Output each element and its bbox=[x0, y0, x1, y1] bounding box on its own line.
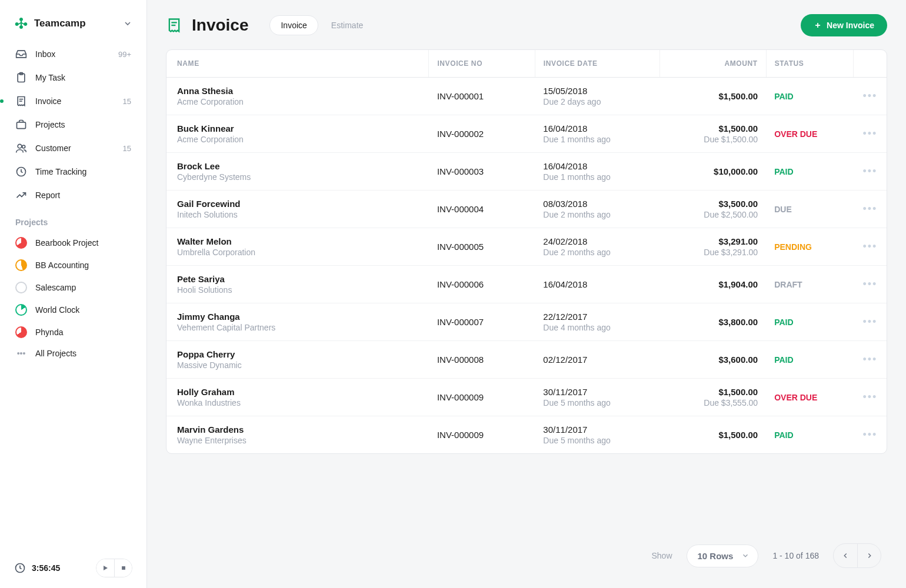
project-item[interactable]: World Clock bbox=[6, 299, 141, 321]
nav-item-time[interactable]: Time Tracking bbox=[6, 160, 141, 183]
company-name: Hooli Solutions bbox=[177, 285, 421, 295]
nav-item-inbox[interactable]: Inbox 99+ bbox=[6, 42, 141, 66]
row-actions-icon[interactable]: ••• bbox=[862, 90, 877, 102]
nav-item-label: My Task bbox=[35, 73, 65, 82]
projects-list: Bearbook Project BB Accounting Salescamp… bbox=[0, 232, 146, 363]
col-header-status[interactable]: STATUS bbox=[766, 50, 854, 78]
customer-name: Pete Sariya bbox=[177, 274, 421, 284]
table-row[interactable]: Holly Graham Wonka Industries INV-000009… bbox=[166, 379, 887, 416]
row-actions-icon[interactable]: ••• bbox=[862, 203, 877, 215]
table-row[interactable]: Anna Sthesia Acme Corporation INV-000001… bbox=[166, 78, 887, 115]
row-actions-icon[interactable]: ••• bbox=[862, 128, 877, 139]
invoice-date: 08/03/2018 bbox=[543, 199, 651, 209]
row-actions-icon[interactable]: ••• bbox=[862, 429, 877, 440]
customer-icon bbox=[15, 142, 27, 154]
invoice-number: INV-000006 bbox=[429, 266, 535, 303]
company-name: Initech Solutions bbox=[177, 210, 421, 219]
all-projects-label: All Projects bbox=[35, 349, 76, 358]
prev-page-button[interactable] bbox=[834, 544, 857, 567]
status-badge: OVER DUE bbox=[774, 393, 817, 402]
timer-value: 3:56:45 bbox=[32, 563, 60, 573]
project-progress-icon bbox=[15, 326, 27, 338]
customer-name: Gail Forcewind bbox=[177, 199, 421, 209]
nav-item-customer[interactable]: Customer 15 bbox=[6, 136, 141, 160]
row-actions-icon[interactable]: ••• bbox=[862, 165, 877, 177]
project-progress-icon bbox=[15, 282, 27, 293]
col-header-amount[interactable]: AMOUNT bbox=[660, 50, 766, 78]
invoice-number: INV-000004 bbox=[429, 191, 535, 228]
status-badge: PAID bbox=[774, 92, 793, 101]
rows-per-page-select[interactable]: 10 Rows bbox=[687, 544, 759, 567]
invoice-date: 22/12/2017 bbox=[543, 312, 651, 322]
svg-marker-9 bbox=[104, 566, 108, 570]
project-item[interactable]: Bearbook Project bbox=[6, 232, 141, 254]
status-badge: DUE bbox=[774, 205, 792, 214]
customer-name: Poppa Cherry bbox=[177, 349, 421, 359]
nav-item-badge: 15 bbox=[123, 144, 131, 153]
nav-item-report[interactable]: Report bbox=[6, 183, 141, 207]
project-item[interactable]: Salescamp bbox=[6, 276, 141, 299]
timer-play-button[interactable] bbox=[96, 559, 114, 577]
col-header-invoice-no[interactable]: INVOICE NO bbox=[429, 50, 535, 78]
amount: $3,800.00 bbox=[668, 317, 758, 327]
main-nav: Inbox 99+ My Task Invoice 15 Projects Cu… bbox=[0, 42, 146, 207]
sidebar-footer: 3:56:45 bbox=[0, 559, 146, 577]
project-progress-icon bbox=[15, 304, 27, 316]
svg-point-6 bbox=[22, 145, 25, 148]
svg-rect-4 bbox=[17, 122, 26, 129]
brand-logo-icon bbox=[14, 16, 28, 31]
workspace-chevron-icon[interactable] bbox=[123, 19, 132, 28]
table-row[interactable]: Poppa Cherry Massive Dynamic INV-000008 … bbox=[166, 341, 887, 379]
table-row[interactable]: Brock Lee Cyberdyne Systems INV-000003 1… bbox=[166, 153, 887, 191]
customer-name: Jimmy Changa bbox=[177, 312, 421, 322]
col-header-date[interactable]: INVOICE DATE bbox=[535, 50, 659, 78]
more-horizontal-icon: ••• bbox=[15, 349, 27, 358]
status-badge: PAID bbox=[774, 318, 793, 327]
table-row[interactable]: Gail Forcewind Initech Solutions INV-000… bbox=[166, 191, 887, 228]
amount: $1,904.00 bbox=[668, 279, 758, 289]
chevron-down-icon bbox=[741, 552, 750, 560]
invoice-number: INV-000002 bbox=[429, 115, 535, 153]
row-actions-icon[interactable]: ••• bbox=[862, 278, 877, 290]
row-actions-icon[interactable]: ••• bbox=[862, 391, 877, 403]
next-page-button[interactable] bbox=[857, 544, 881, 567]
table-row[interactable]: Walter Melon Umbrella Corporation INV-00… bbox=[166, 228, 887, 266]
amount: $3,291.00 bbox=[668, 236, 758, 246]
nav-item-mytask[interactable]: My Task bbox=[6, 66, 141, 89]
table-row[interactable]: Buck Kinnear Acme Corporation INV-000002… bbox=[166, 115, 887, 153]
rows-per-page-value: 10 Rows bbox=[698, 551, 734, 561]
all-projects-item[interactable]: ••• All Projects bbox=[6, 343, 141, 363]
sidebar: Teamcamp Inbox 99+ My Task Invoice 15 Pr… bbox=[0, 0, 147, 588]
col-header-name[interactable]: NAME bbox=[166, 50, 429, 78]
nav-item-badge: 99+ bbox=[118, 50, 131, 59]
project-item[interactable]: BB Accounting bbox=[6, 254, 141, 276]
invoice-date: 02/12/2017 bbox=[543, 355, 651, 365]
row-actions-icon[interactable]: ••• bbox=[862, 240, 877, 252]
tab-invoice[interactable]: Invoice bbox=[269, 15, 318, 35]
customer-name: Anna Sthesia bbox=[177, 86, 421, 96]
table-row[interactable]: Marvin Gardens Wayne Enterprises INV-000… bbox=[166, 416, 887, 454]
project-item[interactable]: Phynda bbox=[6, 321, 141, 343]
table-row[interactable]: Jimmy Changa Vehement Capital Partners I… bbox=[166, 303, 887, 341]
row-actions-icon[interactable]: ••• bbox=[862, 353, 877, 365]
company-name: Vehement Capital Partners bbox=[177, 323, 421, 332]
svg-point-5 bbox=[18, 144, 22, 148]
table-row[interactable]: Pete Sariya Hooli Solutions INV-000006 1… bbox=[166, 266, 887, 303]
status-badge: PAID bbox=[774, 167, 793, 176]
timer-stop-button[interactable] bbox=[114, 559, 132, 577]
customer-name: Buck Kinnear bbox=[177, 123, 421, 133]
invoice-page-icon bbox=[166, 17, 182, 34]
nav-item-invoice[interactable]: Invoice 15 bbox=[6, 89, 141, 113]
invoice-date: 15/05/2018 bbox=[543, 86, 651, 96]
status-badge: PAID bbox=[774, 355, 793, 365]
nav-item-label: Inbox bbox=[35, 49, 55, 59]
project-label: Salescamp bbox=[35, 283, 76, 292]
new-invoice-button[interactable]: New Invoice bbox=[801, 14, 887, 36]
brand[interactable]: Teamcamp bbox=[0, 11, 146, 42]
new-invoice-label: New Invoice bbox=[827, 21, 874, 30]
page-header: Invoice InvoiceEstimate New Invoice bbox=[166, 14, 887, 36]
amount: $1,500.00 bbox=[668, 91, 758, 101]
tab-estimate[interactable]: Estimate bbox=[321, 16, 374, 35]
nav-item-projects[interactable]: Projects bbox=[6, 113, 141, 136]
row-actions-icon[interactable]: ••• bbox=[862, 316, 877, 328]
